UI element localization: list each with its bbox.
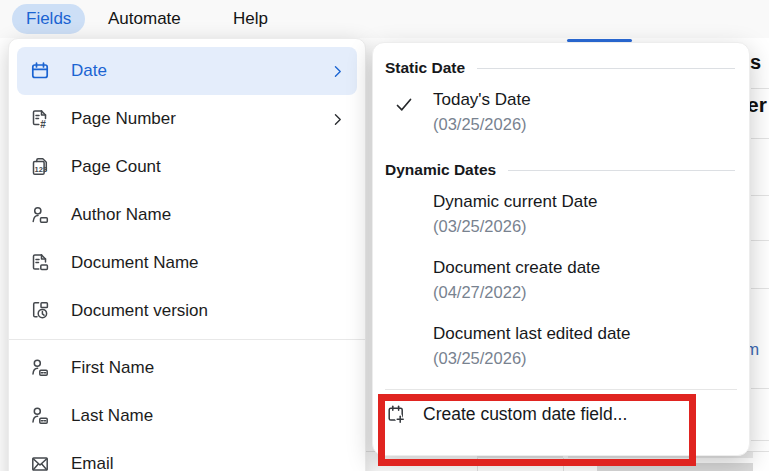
person-card-icon: [29, 357, 51, 379]
page-count-icon: 123: [29, 156, 51, 178]
background-table-line: [751, 88, 769, 89]
background-table-line: [751, 138, 769, 139]
fields-menu-item-document-version[interactable]: Document version: [17, 287, 357, 335]
menu-item-label: Page Number: [71, 109, 176, 129]
submenu-item-label: Create custom date field...: [423, 404, 627, 425]
page-number-icon: #: [29, 108, 51, 130]
menubar-item-fields[interactable]: Fields: [12, 4, 85, 34]
background-table-line: [751, 440, 769, 441]
submenu-item-dynamic-current-date[interactable]: Dynamic current Date (03/25/2026): [373, 181, 749, 247]
menu-item-label: Last Name: [71, 406, 153, 426]
menubar-item-help[interactable]: Help: [233, 8, 268, 30]
submenu-item-date-value: (04/27/2022): [433, 280, 737, 304]
submenu-item-document-last-edited-date[interactable]: Document last edited date (03/25/2026): [373, 313, 749, 379]
svg-text:#: #: [40, 119, 46, 130]
fields-menu-item-page-count[interactable]: 123 Page Count: [17, 143, 357, 191]
date-submenu: Static Date Today's Date (03/25/2026) Dy…: [372, 42, 750, 456]
menu-item-label: Email: [71, 454, 114, 471]
document-version-icon: [29, 300, 51, 322]
submenu-item-create-custom-date-field[interactable]: Create custom date field...: [373, 390, 749, 438]
menu-item-label: First Name: [71, 358, 154, 378]
menubar: Fields Automate Help: [0, 0, 769, 38]
calendar-icon: [29, 60, 51, 82]
menu-item-label: Author Name: [71, 205, 171, 225]
submenu-item-date-value: (03/25/2026): [433, 112, 737, 136]
background-text-fragment: s: [750, 51, 761, 74]
background-table-line: [751, 288, 769, 289]
submenu-section-header: Dynamic Dates: [385, 161, 735, 179]
calendar-plus-icon: [385, 403, 407, 425]
menu-item-label: Date: [71, 61, 107, 81]
fields-menu-item-last-name[interactable]: Last Name: [17, 392, 357, 440]
submenu-item-date-value: (03/25/2026): [433, 346, 737, 370]
fields-menu-item-page-number[interactable]: # Page Number: [17, 95, 357, 143]
email-icon: [29, 453, 51, 471]
background-table-line: [477, 458, 478, 471]
chevron-right-icon: [330, 64, 345, 79]
submenu-item-todays-date[interactable]: Today's Date (03/25/2026): [373, 79, 749, 145]
menubar-item-automate[interactable]: Automate: [108, 8, 181, 30]
fields-menu-item-date[interactable]: Date: [17, 47, 357, 95]
submenu-item-label: Document last edited date: [433, 322, 737, 346]
section-header-label: Dynamic Dates: [385, 161, 496, 179]
author-name-icon: [29, 204, 51, 226]
fields-menu-item-author-name[interactable]: Author Name: [17, 191, 357, 239]
submenu-item-date-value: (03/25/2026): [433, 214, 737, 238]
checkmark-icon: [395, 96, 413, 114]
submenu-item-label: Today's Date: [433, 88, 737, 112]
chevron-right-icon: [330, 112, 345, 127]
background-table-cell: [597, 463, 753, 471]
svg-text:123: 123: [35, 165, 48, 174]
background-table-line: [751, 388, 769, 389]
menu-item-label: Page Count: [71, 157, 161, 177]
background-table-line: [563, 458, 564, 471]
fields-menu-item-email[interactable]: Email: [17, 440, 357, 471]
background-table-line: [751, 195, 769, 196]
section-header-rule: [477, 68, 735, 69]
person-card-icon: [29, 405, 51, 427]
fields-menu-item-first-name[interactable]: First Name: [17, 344, 357, 392]
section-header-rule: [508, 170, 735, 171]
document-name-icon: [29, 252, 51, 274]
submenu-item-label: Dynamic current Date: [433, 190, 737, 214]
screen: s er m Fields Automate Help Date: [0, 0, 769, 471]
background-table-line: [751, 240, 769, 241]
submenu-item-label: Document create date: [433, 256, 737, 280]
menu-item-label: Document Name: [71, 253, 199, 273]
submenu-section-header: Static Date: [385, 59, 735, 77]
menu-item-label: Document version: [71, 301, 208, 321]
menu-divider: [9, 339, 365, 340]
section-header-label: Static Date: [385, 59, 465, 77]
fields-menu: Date # Page Number: [8, 38, 366, 471]
submenu-item-document-create-date[interactable]: Document create date (04/27/2022): [373, 247, 749, 313]
fields-menu-item-document-name[interactable]: Document Name: [17, 239, 357, 287]
